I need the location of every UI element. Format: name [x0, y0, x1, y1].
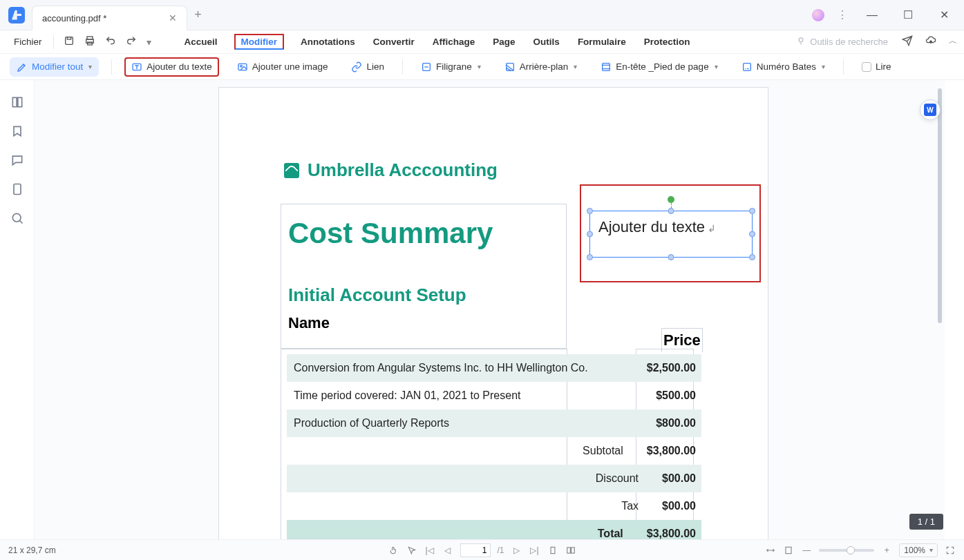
link-button[interactable]: Lien: [346, 59, 390, 75]
single-page-icon[interactable]: [547, 545, 558, 555]
brand-header: Umbrella Acccounting: [284, 160, 498, 181]
scrollbar-thumb[interactable]: [938, 88, 942, 323]
undo-icon[interactable]: [105, 35, 116, 48]
print-icon[interactable]: [84, 35, 95, 48]
last-page-icon[interactable]: ▷|: [529, 545, 540, 555]
redo-icon[interactable]: [126, 35, 137, 48]
resize-handle-n[interactable]: [668, 208, 674, 214]
edit-toolbar: Modifier tout ▾ Ajouter du texte Ajouter…: [0, 54, 964, 80]
edit-all-button[interactable]: Modifier tout ▾: [10, 57, 99, 77]
resize-handle-w[interactable]: [587, 231, 593, 238]
select-tool-icon[interactable]: [406, 545, 417, 555]
bookmark-icon[interactable]: [10, 124, 24, 138]
page-total: /1: [497, 545, 504, 555]
text-edit-box[interactable]: Ajouter du texte ↲: [589, 211, 753, 258]
tab-formulaire[interactable]: Formulaire: [576, 34, 627, 50]
avatar-icon[interactable]: [812, 9, 824, 21]
image-icon: [237, 61, 248, 73]
svg-point-8: [240, 65, 243, 67]
rotate-handle[interactable]: [668, 196, 674, 203]
background-button[interactable]: Arrière-plan ▾: [499, 59, 583, 75]
resize-handle-e[interactable]: [749, 231, 755, 238]
file-menu[interactable]: Fichier: [7, 34, 49, 50]
tab-annotations[interactable]: Annotations: [299, 34, 357, 50]
next-page-icon[interactable]: ▷: [511, 545, 522, 555]
page-dimensions: 21 x 29,7 cm: [8, 545, 56, 555]
svg-rect-17: [551, 547, 555, 553]
resize-handle-s[interactable]: [668, 254, 674, 260]
tab-protection[interactable]: Protection: [643, 34, 692, 50]
zoom-in-icon[interactable]: +: [881, 545, 892, 555]
send-icon[interactable]: [902, 35, 913, 48]
app-logo-icon: [8, 7, 25, 23]
prev-page-icon[interactable]: ◁: [442, 545, 453, 555]
zoom-slider[interactable]: [819, 549, 874, 552]
tab-outils[interactable]: Outils: [532, 34, 561, 50]
svg-rect-1: [67, 37, 70, 39]
fit-page-icon[interactable]: [783, 545, 794, 555]
watermark-icon: [421, 61, 432, 73]
tab-page[interactable]: Page: [491, 34, 516, 50]
convert-word-badge[interactable]: W: [920, 99, 941, 120]
svg-rect-0: [65, 37, 73, 45]
watermark-button[interactable]: Filigrane ▾: [415, 59, 486, 75]
column-header-name: Name: [285, 314, 562, 332]
svg-rect-14: [17, 97, 21, 106]
add-tab-button[interactable]: +: [194, 8, 202, 22]
page-indicator-badge: 1 / 1: [909, 514, 943, 530]
first-page-icon[interactable]: |◁: [424, 545, 435, 555]
svg-rect-19: [571, 547, 574, 552]
quick-dropdown-icon[interactable]: ▾: [147, 37, 151, 48]
bates-button[interactable]: Numéro Bates ▾: [736, 59, 831, 75]
search-tools[interactable]: Outils de recherche: [796, 36, 888, 48]
chevron-down-icon: ▾: [574, 63, 577, 70]
resize-handle-sw[interactable]: [587, 254, 593, 260]
subtotal-row: Subtotal $3,800.00: [287, 437, 701, 465]
ribbon-tabs: Accueil Modifier Annotations Convertir A…: [183, 34, 692, 50]
close-tab-icon[interactable]: ✕: [169, 12, 177, 23]
canvas-area: Umbrella Acccounting Cost Summary Initia…: [35, 80, 945, 539]
save-icon[interactable]: [64, 35, 75, 48]
fullscreen-icon[interactable]: [945, 545, 956, 555]
tab-accueil[interactable]: Accueil: [183, 34, 219, 50]
table-row: Conversion from Angular Systems Inc. to …: [287, 354, 701, 382]
collapse-ribbon-icon[interactable]: ︿: [949, 35, 957, 48]
table-row: Production of Quarterly Reports $800.00: [287, 409, 701, 437]
svg-rect-15: [14, 184, 21, 195]
attachment-icon[interactable]: [10, 182, 24, 196]
fit-width-icon[interactable]: [765, 545, 776, 555]
search-icon[interactable]: [10, 211, 24, 225]
resize-handle-ne[interactable]: [749, 208, 755, 214]
page-number-input[interactable]: [460, 543, 490, 557]
chevron-down-icon: ▾: [88, 63, 92, 70]
resize-handle-nw[interactable]: [587, 208, 593, 214]
add-text-button[interactable]: Ajouter du texte: [124, 57, 219, 77]
link-icon: [351, 61, 362, 73]
hand-tool-icon[interactable]: [388, 545, 399, 555]
header-footer-button[interactable]: En-tête _Pied de page ▾: [595, 59, 723, 75]
read-toggle[interactable]: Lire: [856, 59, 897, 75]
more-menu-icon[interactable]: ⋮: [837, 8, 848, 21]
minimize-button[interactable]: —: [860, 6, 884, 25]
zoom-level-select[interactable]: 100% ▾: [899, 543, 938, 557]
resize-handle-se[interactable]: [749, 254, 755, 260]
comment-icon[interactable]: [10, 153, 24, 167]
document-tab[interactable]: accounting.pdf * ✕: [32, 6, 187, 30]
tab-convertir[interactable]: Convertir: [372, 34, 416, 50]
cloud-icon[interactable]: [925, 35, 936, 48]
text-edit-content[interactable]: Ajouter du texte ↲: [590, 211, 752, 236]
document-page[interactable]: Umbrella Acccounting Cost Summary Initia…: [218, 87, 768, 539]
tab-modifier[interactable]: Modifier: [234, 34, 285, 50]
chevron-down-icon: ▾: [822, 63, 825, 70]
thumbnails-icon[interactable]: [10, 95, 24, 109]
zoom-out-icon[interactable]: —: [801, 545, 812, 555]
maximize-button[interactable]: ☐: [896, 6, 920, 25]
tab-affichage[interactable]: Affichage: [431, 34, 477, 50]
two-page-icon[interactable]: [565, 545, 576, 555]
umbrella-icon: [284, 163, 299, 178]
close-window-button[interactable]: ✕: [932, 6, 956, 25]
text-box-icon: [131, 61, 142, 73]
title-selection-box[interactable]: Cost Summary Initial Account Setup Name: [281, 204, 567, 349]
table-row: Time period covered: JAN 01, 2021 to Pre…: [287, 382, 701, 409]
add-image-button[interactable]: Ajouter une image: [231, 59, 334, 75]
